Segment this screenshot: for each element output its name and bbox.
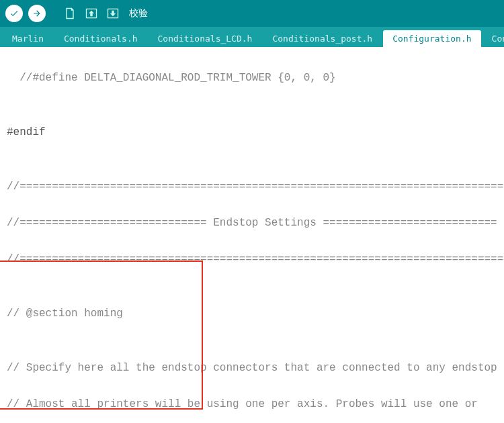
tab-configuration[interactable]: Configuration.h bbox=[383, 30, 480, 47]
file-icon bbox=[63, 7, 77, 20]
tab-conditionals-lcd[interactable]: Conditionals_LCD.h bbox=[149, 30, 262, 47]
verify-button[interactable] bbox=[5, 5, 23, 22]
code-line: #endif bbox=[7, 124, 497, 142]
code-line: //======================================… bbox=[7, 178, 497, 196]
code-line: // @section homing bbox=[7, 305, 497, 323]
code-line: //#define DELTA_DIAGONAL_ROD_TRIM_TOWER … bbox=[19, 72, 335, 84]
arrow-right-icon bbox=[32, 9, 42, 18]
highlight-box bbox=[0, 261, 203, 410]
tab-conditionals-post[interactable]: Conditionals_post.h bbox=[263, 30, 382, 47]
save-button[interactable] bbox=[105, 5, 121, 21]
upload-button[interactable] bbox=[28, 5, 46, 22]
code-line: // Almost all printers will be using one… bbox=[7, 395, 497, 414]
code-line: //============================= Endstop … bbox=[7, 214, 497, 232]
code-line: //======================================… bbox=[7, 250, 497, 269]
code-editor[interactable]: //#define DELTA_DIAGONAL_ROD_TRIM_TOWER … bbox=[0, 47, 504, 423]
toolbar-tooltip-label: 校验 bbox=[129, 7, 148, 19]
tab-conditionals[interactable]: Conditionals.h bbox=[54, 30, 147, 47]
new-button[interactable] bbox=[62, 5, 78, 21]
arrow-up-icon bbox=[85, 7, 98, 20]
code-line bbox=[7, 72, 19, 84]
tab-marlin[interactable]: Marlin bbox=[3, 30, 53, 47]
tab-bar: Marlin Conditionals.h Conditionals_LCD.h… bbox=[0, 27, 504, 47]
tab-configuration-adv[interactable]: Configuration_a bbox=[482, 30, 504, 47]
code-line: // Specify here all the endstop connecto… bbox=[7, 359, 497, 377]
open-button[interactable] bbox=[83, 5, 99, 21]
check-icon bbox=[9, 9, 19, 18]
toolbar: 校验 bbox=[0, 0, 504, 27]
arrow-down-icon bbox=[106, 7, 120, 20]
